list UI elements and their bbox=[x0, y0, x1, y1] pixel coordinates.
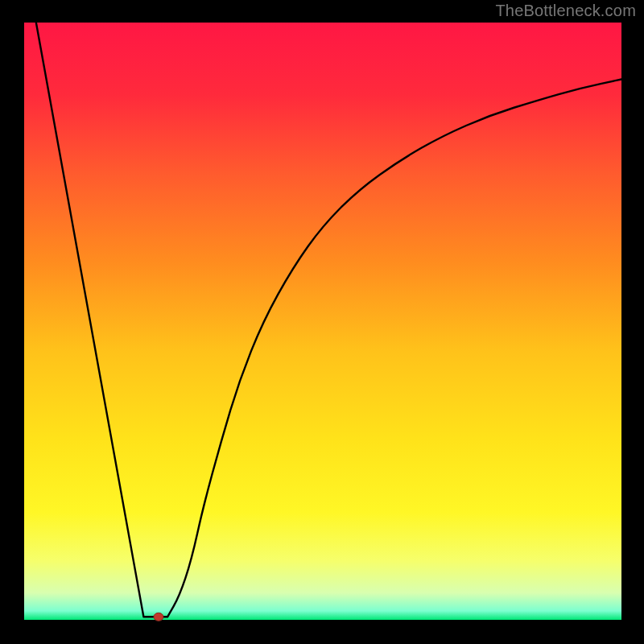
plot-area bbox=[24, 23, 621, 620]
optimum-marker bbox=[154, 613, 163, 621]
chart-container: TheBottleneck.com bbox=[0, 0, 644, 644]
watermark-text: TheBottleneck.com bbox=[495, 2, 636, 20]
chart-svg bbox=[0, 0, 644, 644]
